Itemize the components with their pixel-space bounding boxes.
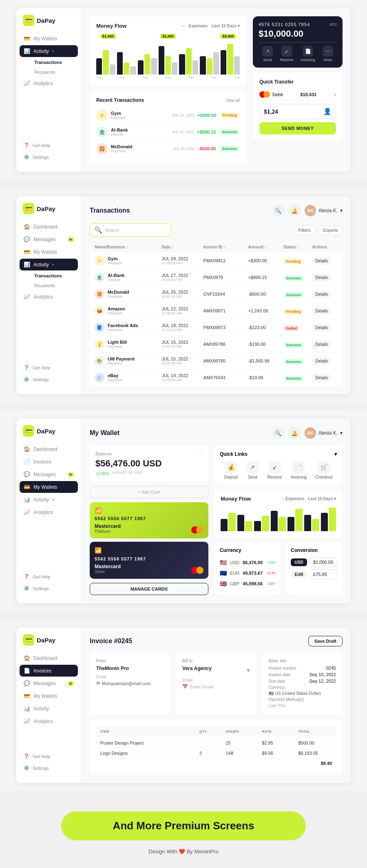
sidebar-item-invoices3[interactable]: 📄 Invoices: [20, 456, 78, 468]
tx-row-mcd: 🍔 McDonald Payment JUL 25, 2022 -$600.00…: [96, 141, 240, 157]
footer-credit: Design With ❤️ By MominPro: [148, 848, 218, 863]
ql-invoicing[interactable]: 📄 Invoicing: [291, 461, 307, 479]
details-button[interactable]: Details: [312, 274, 331, 281]
itd-rate2: $9.56: [262, 751, 296, 756]
sidebar-item-activity3[interactable]: 📊 Activity ▾: [20, 494, 78, 505]
chart-group-7: [221, 44, 240, 75]
save-draft-button[interactable]: Save Draft: [308, 636, 343, 646]
sidebar-item-mywallets3[interactable]: 💳 My Wallets: [20, 481, 78, 493]
sort-icon-amount[interactable]: ↕: [265, 245, 267, 249]
row-icon: 🍔: [95, 289, 104, 299]
sidebar-item-activity4[interactable]: 📊 Activity: [20, 703, 78, 714]
details-button[interactable]: Details: [312, 324, 331, 332]
conv-input-eur[interactable]: £75.05: [310, 569, 337, 579]
ql-items: 💰 Deposit ↗ Send ↙ Receive: [220, 461, 337, 479]
sidebar-item-recipients2[interactable]: Recipients: [31, 281, 78, 290]
ql-send[interactable]: ↗ Send: [246, 461, 259, 479]
quick-links-card: Quick Links ▾ 💰 Deposit ↗ Send: [214, 446, 343, 485]
sidebar-item-mywallets2[interactable]: 💳 My Wallets: [20, 246, 78, 258]
user-menu3[interactable]: AK Alesia K. ▾: [305, 427, 343, 439]
manage-cards-button[interactable]: MANAGE CARDS: [90, 583, 208, 595]
flag-usd2: 🇺🇸: [269, 691, 274, 696]
settings4[interactable]: ⚙️ Settings: [23, 763, 75, 773]
search-button[interactable]: 🔍: [272, 204, 284, 217]
card-action-more[interactable]: ⋯ More: [323, 46, 333, 62]
details-button[interactable]: Details: [312, 290, 331, 298]
screen2-transactions: 💳 DaPay 🏠 Dashboard 💬 Messages ● 💳 My Wa…: [0, 188, 367, 402]
card-action-invoicing[interactable]: 📄 Invoicing: [301, 46, 315, 62]
send-money-button[interactable]: SEND MONEY: [259, 122, 336, 134]
wallet-grid: Balance ⋯ $56,476.00 USD +2.05% AUGUST 0…: [90, 446, 343, 595]
sidebar-item-messages4[interactable]: 💬 Messages ●: [20, 677, 78, 689]
details-button[interactable]: Details: [312, 307, 331, 315]
settings3[interactable]: ⚙️ Settings: [23, 583, 75, 593]
sidebar-item-analytics2[interactable]: 📈 Analytics: [20, 291, 78, 303]
invoice-icon4: 📄: [24, 668, 30, 674]
ql-receive[interactable]: ↙ Receive: [267, 461, 282, 479]
chevron-ql: ▾: [334, 451, 337, 457]
more-btn[interactable]: ⋯: [198, 451, 203, 457]
sidebar-item-transactions2[interactable]: Transactions: [31, 271, 78, 280]
sidebar-item-dashboard[interactable]: 🏠 Dashboard: [20, 221, 78, 233]
sidebar-bottom3: ❓ Get Help ⚙️ Settings: [16, 568, 81, 597]
card-action-send[interactable]: ↗ Send: [262, 46, 273, 62]
settings-icon2: ⚙️: [24, 377, 29, 382]
bell-button[interactable]: 🔔: [288, 204, 301, 217]
logo4: 💳 DaPay: [16, 634, 81, 652]
details-button[interactable]: Details: [312, 257, 331, 265]
sidebar-item-dashboard4[interactable]: 🏠 Dashboard: [20, 652, 78, 664]
user-menu[interactable]: AK Alesia K. ▾: [305, 205, 343, 216]
card-action-receive[interactable]: ↙ Receive: [280, 46, 294, 62]
main-screen3: My Wallet 🔍 🔔 AK Alesia K. ▾ Bal: [82, 419, 351, 603]
bell-btn3[interactable]: 🔔: [288, 427, 301, 439]
table-row: 🎨 UI8 PaymentPayment JUL 15, 2022At 05:0…: [90, 353, 343, 369]
conv-label-usd: USD: [291, 558, 307, 566]
activity-icon3: 📊: [24, 497, 30, 503]
ql-deposit[interactable]: 💰 Deposit: [224, 461, 238, 479]
sidebar-item-settings[interactable]: ⚙️ Settings: [23, 152, 75, 162]
money-flow-card: Money Flow ─ Expenses Last 15 Days ▾: [90, 16, 246, 86]
logo: 💳 DaPay: [16, 15, 81, 33]
sidebar-item-activity[interactable]: 📊 Activity ▾: [20, 45, 78, 57]
help4[interactable]: ❓ Get Help: [23, 751, 75, 761]
search-bar[interactable]: 🔍 Search: [90, 223, 171, 237]
sort-icon-status[interactable]: ↕: [297, 245, 299, 249]
send-label: Send: [263, 58, 272, 62]
sidebar-item-analytics[interactable]: 📈 Analytics: [20, 77, 78, 89]
details-button[interactable]: Details: [312, 357, 331, 365]
sidebar-item-transactions[interactable]: Transactions: [31, 58, 78, 67]
screen1-dashboard: 💳 DaPay 💳 My Wallets 📊 Activity ▾ Transa…: [0, 0, 367, 180]
analytics-label2: Analytics: [33, 294, 53, 300]
sort-icon[interactable]: ↕: [126, 245, 128, 249]
sidebar-item-analytics3[interactable]: 📈 Analytics: [20, 506, 78, 518]
sidebar-item-recipients[interactable]: Recipients: [31, 68, 78, 77]
conv-input-usd[interactable]: $1,000.00: [310, 557, 337, 567]
help3[interactable]: ❓ Get Help: [23, 571, 75, 582]
sidebar-item-analytics4[interactable]: 📈 Analytics: [20, 715, 78, 727]
ql-checkout[interactable]: 🛒 Checkout: [315, 461, 332, 479]
help-label2: Get Help: [33, 365, 50, 370]
premium-section: And More Premium Screens Design With ❤️ …: [0, 799, 367, 867]
sidebar-item-activity2[interactable]: 📊 Activity ▾: [20, 259, 78, 270]
sort-icon-invoice[interactable]: ↕: [224, 245, 226, 249]
sidebar-help2[interactable]: ❓ Get Help: [23, 363, 75, 373]
sidebar-item-messages[interactable]: 💬 Messages ●: [20, 233, 78, 245]
period-selector[interactable]: Last 15 Days ▾: [212, 24, 240, 28]
sidebar-item-help[interactable]: ❓ Get Help: [23, 140, 75, 150]
exports-button[interactable]: Exports: [318, 225, 343, 235]
details-button[interactable]: Details: [312, 374, 331, 382]
sidebar-settings2[interactable]: ⚙️ Settings: [23, 374, 75, 385]
sidebar-item-wallets[interactable]: 💳 My Wallets: [20, 33, 78, 44]
view-all-link[interactable]: View all: [226, 98, 240, 103]
details-button[interactable]: Details: [312, 341, 331, 348]
add-card-button[interactable]: + Add Card: [90, 486, 208, 498]
sort-icon-date[interactable]: ↕: [172, 245, 174, 249]
search-btn3[interactable]: 🔍: [272, 427, 284, 439]
sidebar-item-dashboard3[interactable]: 🏠 Dashboard: [20, 443, 78, 455]
receive-icon2: ↙: [269, 461, 281, 473]
logo-icon: 💳: [23, 15, 34, 26]
sidebar-item-invoices4[interactable]: 📄 Invoices: [20, 665, 78, 677]
sidebar-item-wallets4[interactable]: 💳 My Wallets: [20, 690, 78, 702]
filters-button[interactable]: Filters: [294, 225, 315, 235]
sidebar-item-messages3[interactable]: 💬 Messages ●: [20, 468, 78, 480]
